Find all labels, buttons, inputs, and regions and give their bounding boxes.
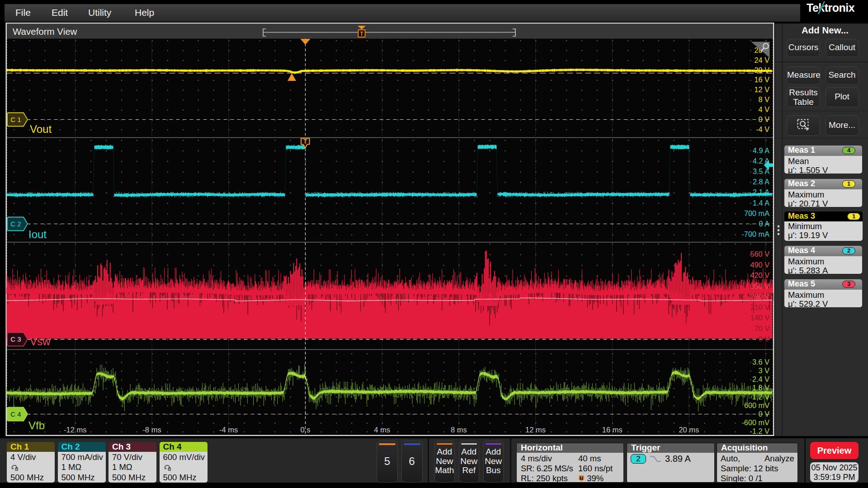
svg-text:280 V: 280 V <box>750 292 769 300</box>
svg-text:70 V: 70 V <box>755 324 770 333</box>
svg-text:C 1: C 1 <box>10 116 21 123</box>
svg-text:3.6 V: 3.6 V <box>752 358 769 366</box>
svg-text:0 A: 0 A <box>759 220 769 228</box>
svg-text:4.9 A: 4.9 A <box>753 146 769 155</box>
svg-text:8 V: 8 V <box>759 95 770 103</box>
svg-text:C 2: C 2 <box>10 220 21 228</box>
svg-text:Vfb: Vfb <box>28 419 45 432</box>
svg-text:1.2 V: 1.2 V <box>752 393 769 401</box>
svg-text:-700 mA: -700 mA <box>741 230 769 238</box>
svg-text:0 V: 0 V <box>759 410 770 418</box>
svg-text:8 ms: 8 ms <box>451 426 467 434</box>
svg-text:-12 ms: -12 ms <box>64 426 86 434</box>
svg-text:12 ms: 12 ms <box>525 426 546 434</box>
svg-text:Tektronix: Tektronix <box>807 1 855 14</box>
svg-text:2.4 V: 2.4 V <box>752 375 769 383</box>
svg-text:420 V: 420 V <box>750 271 769 279</box>
svg-text:Waveform View: Waveform View <box>13 26 77 37</box>
svg-text:-4 V: -4 V <box>756 125 769 133</box>
svg-text:4 V: 4 V <box>759 105 770 113</box>
svg-text:Vsw: Vsw <box>30 335 51 347</box>
svg-text:16 ms: 16 ms <box>602 426 623 434</box>
svg-text:0 s: 0 s <box>300 426 310 434</box>
svg-text:350 V: 350 V <box>750 282 769 290</box>
svg-text:3.5 A: 3.5 A <box>753 167 769 175</box>
svg-text:T: T <box>580 476 583 480</box>
svg-text:4 ms: 4 ms <box>374 426 390 434</box>
svg-text:3 V: 3 V <box>759 366 770 375</box>
svg-text:C 4: C 4 <box>10 410 21 418</box>
svg-text:700 mA: 700 mA <box>744 209 769 217</box>
svg-text:0 V: 0 V <box>759 335 770 343</box>
svg-text:C 3: C 3 <box>10 335 21 343</box>
svg-text:-8 ms: -8 ms <box>142 426 161 434</box>
svg-text:-4 ms: -4 ms <box>219 426 238 434</box>
svg-text:0 V: 0 V <box>759 115 770 123</box>
svg-text:1.8 V: 1.8 V <box>752 384 769 392</box>
svg-text:T: T <box>360 31 363 37</box>
svg-text:T: T <box>303 138 307 145</box>
svg-text:490 V: 490 V <box>750 261 769 269</box>
svg-text:24 V: 24 V <box>755 56 770 64</box>
svg-text:140 V: 140 V <box>750 314 769 322</box>
svg-text:Vout: Vout <box>30 123 52 135</box>
svg-text:2.8 A: 2.8 A <box>753 178 769 186</box>
svg-text:16 V: 16 V <box>755 75 770 84</box>
svg-text:-1.2 V: -1.2 V <box>750 427 770 435</box>
svg-text:12 V: 12 V <box>755 85 770 94</box>
svg-text:600 mV: 600 mV <box>744 401 769 409</box>
svg-text:1.4 A: 1.4 A <box>753 199 769 207</box>
svg-text:-600 mV: -600 mV <box>741 418 769 427</box>
svg-text:20 V: 20 V <box>755 66 770 74</box>
svg-text:560 V: 560 V <box>750 250 769 258</box>
svg-text:210 V: 210 V <box>750 303 769 311</box>
svg-text:2.1 A: 2.1 A <box>753 188 769 196</box>
svg-text:Iout: Iout <box>28 228 47 240</box>
svg-text:20 ms: 20 ms <box>679 426 699 434</box>
